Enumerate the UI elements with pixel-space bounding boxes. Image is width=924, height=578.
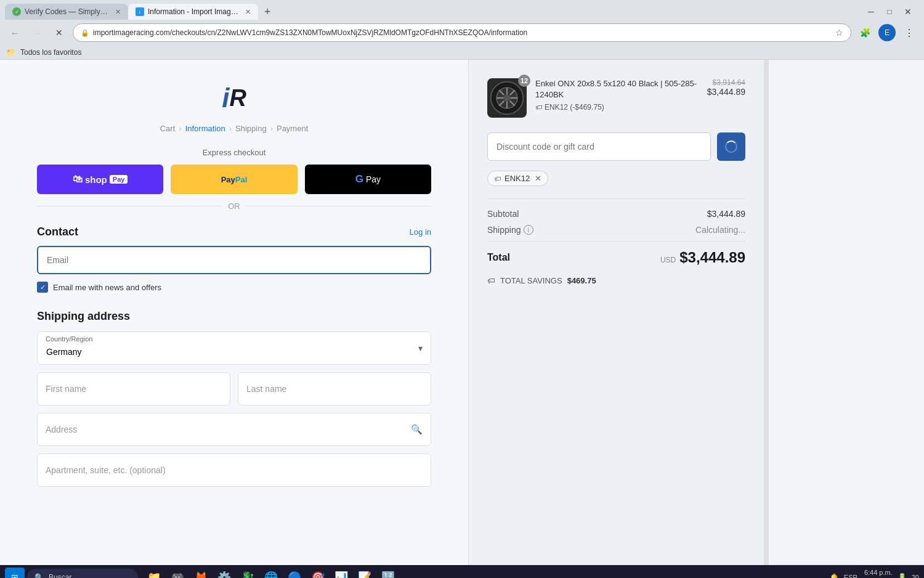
taskbar-app-chrome[interactable]: 🔵 [283, 566, 306, 578]
taskbar-app-2[interactable]: 🦊 [190, 566, 212, 578]
start-button[interactable]: ⊞ [5, 568, 25, 578]
shipping-label: Shipping [487, 225, 521, 235]
address-input[interactable] [37, 413, 431, 446]
email-input[interactable] [37, 246, 431, 274]
lock-icon: 🔒 [81, 29, 89, 37]
total-currency: USD [660, 256, 676, 264]
product-image-wrapper: 12 [487, 78, 527, 118]
forward-button[interactable]: → [28, 24, 46, 41]
breadcrumb-sep-1: › [179, 124, 181, 133]
breadcrumb-payment[interactable]: Payment [277, 124, 308, 133]
total-amount: $3,444.89 [679, 249, 745, 266]
extensions-button[interactable]: 🧩 [856, 24, 873, 41]
new-tab-button[interactable]: + [258, 4, 277, 20]
shop-pay-button[interactable]: 🛍 shop Pay [37, 165, 163, 194]
profile-button[interactable]: E [878, 24, 896, 41]
or-divider: OR [37, 201, 431, 211]
first-name-input[interactable] [37, 372, 230, 405]
email-checkbox-label: Email me with news and offers [53, 283, 161, 292]
taskbar-app-8[interactable]: 📝 [354, 566, 376, 578]
order-summary: 12 Enkei ONX 20x8.5 5x120 40 Black | 505… [468, 60, 764, 565]
taskbar-app-6[interactable]: 🎯 [307, 566, 329, 578]
tab-close-1[interactable]: ✕ [115, 8, 121, 16]
loading-spinner [725, 140, 737, 153]
tab-information[interactable]: i Information - Import Image Ra... ✕ [128, 4, 258, 20]
breadcrumb-shipping[interactable]: Shipping [235, 124, 267, 133]
apt-wrapper: Apartment, suite, etc. (optional) [37, 454, 431, 487]
country-select-wrapper: Country/Region Germany United States Spa… [37, 332, 431, 365]
shipping-info-icon[interactable]: i [524, 225, 533, 235]
subtotal-label: Subtotal [487, 209, 519, 219]
google-pay-button[interactable]: G Pay [305, 165, 431, 194]
taskbar-app-3[interactable]: ⚙️ [213, 566, 235, 578]
menu-button[interactable]: ⋮ [901, 24, 918, 41]
email-checkbox[interactable]: ✓ [37, 282, 48, 293]
tab-label-2: Information - Import Image Ra... [148, 7, 240, 16]
shipping-label-wrap: Shipping i [487, 225, 533, 235]
apt-input[interactable] [37, 454, 431, 487]
tab-favicon-2: i [136, 7, 144, 16]
breadcrumb: Cart › Information › Shipping › Payment [37, 124, 431, 133]
country-label: Country/Region [46, 335, 92, 343]
tab-label-1: Verify Codes — SimplyCodes [25, 7, 110, 16]
taskbar-app-1[interactable]: 🎮 [166, 566, 188, 578]
email-checkbox-row: ✓ Email me with news and offers [37, 282, 431, 293]
svg-point-2 [503, 94, 510, 101]
scrollbar[interactable] [764, 60, 769, 565]
checkout-left: iR Cart › Information › Shipping › Payme… [0, 60, 468, 565]
battery-icon: 🔋 [898, 573, 907, 578]
subtotal-line: Subtotal $3,444.89 [487, 209, 745, 219]
product-original-price: $3,914.64 [707, 78, 745, 87]
last-name-input[interactable] [238, 372, 431, 405]
search-icon: 🔍 [34, 573, 44, 578]
applied-code-tag: 🏷 ENK12 ✕ [487, 171, 548, 186]
savings-tag-icon: 🏷 [487, 276, 495, 285]
applied-code-text: ENK12 [505, 174, 530, 183]
product-row: 12 Enkei ONX 20x8.5 5x120 40 Black | 505… [487, 78, 745, 118]
battery-number: 20 [912, 574, 919, 578]
shop-icon: 🛍 [73, 174, 83, 185]
name-row: First name Last name [37, 372, 431, 405]
paypal-button[interactable]: PayPal [171, 165, 297, 194]
total-label: Total [487, 252, 510, 263]
taskbar-app-files[interactable]: 📁 [143, 566, 165, 578]
breadcrumb-cart[interactable]: Cart [160, 124, 176, 133]
savings-label: TOTAL SAVINGS [500, 276, 562, 285]
product-discount-code: 🏷 ENK12 (-$469.75) [535, 103, 699, 112]
minimize-button[interactable]: ─ [862, 4, 880, 19]
taskbar-right: 🔔 ESP 6:44 p.m. 24/6/2024 🔋 20 [829, 568, 919, 578]
reload-button[interactable]: ✕ [51, 24, 68, 41]
shipping-address-title: Shipping address [37, 310, 431, 323]
notification-icon[interactable]: 🔔 [829, 573, 839, 579]
remove-code-button[interactable]: ✕ [535, 174, 541, 183]
product-info: Enkei ONX 20x8.5 5x120 40 Black | 505-28… [535, 78, 699, 112]
taskbar-app-9[interactable]: 🔢 [377, 566, 399, 578]
taskbar-app-7[interactable]: 📊 [330, 566, 352, 578]
discount-code-input[interactable] [487, 132, 711, 161]
taskbar-search[interactable]: 🔍 Buscar [27, 569, 138, 578]
subtotal-value: $3,444.89 [707, 209, 745, 219]
google-pay-label: Pay [366, 174, 381, 184]
log-in-link[interactable]: Log in [410, 227, 431, 237]
country-select[interactable]: Germany United States Spain [37, 332, 431, 365]
taskbar-time-date[interactable]: 6:44 p.m. 24/6/2024 [862, 568, 893, 578]
taskbar-app-5[interactable]: 🌐 [260, 566, 282, 578]
contact-section: Contact Log in ✓ Email me with news and … [37, 226, 431, 293]
total-right: USD $3,444.89 [660, 249, 745, 266]
tab-verify-codes[interactable]: ✓ Verify Codes — SimplyCodes ✕ [5, 4, 128, 20]
bookmarks-label[interactable]: Todos los favoritos [20, 48, 81, 57]
shipping-address-section: Shipping address Country/Region Germany … [37, 310, 431, 487]
taskbar-app-4[interactable]: 🐉 [237, 566, 259, 578]
star-icon[interactable]: ☆ [835, 28, 843, 38]
address-bar[interactable]: 🔒 importimageracing.com/checkouts/cn/Z2N… [73, 23, 851, 42]
url-text: importimageracing.com/checkouts/cn/Z2NwL… [93, 28, 832, 37]
paypal-logo: PayPal [221, 175, 248, 184]
maximize-button[interactable]: □ [881, 4, 898, 19]
back-button[interactable]: ← [6, 24, 23, 41]
google-g-icon: G [355, 173, 363, 185]
tab-close-2[interactable]: ✕ [245, 8, 251, 16]
tag-icon: 🏷 [535, 104, 542, 111]
product-quantity-badge: 12 [518, 75, 530, 87]
close-button[interactable]: ✕ [899, 4, 917, 19]
apply-discount-button[interactable] [717, 132, 745, 161]
